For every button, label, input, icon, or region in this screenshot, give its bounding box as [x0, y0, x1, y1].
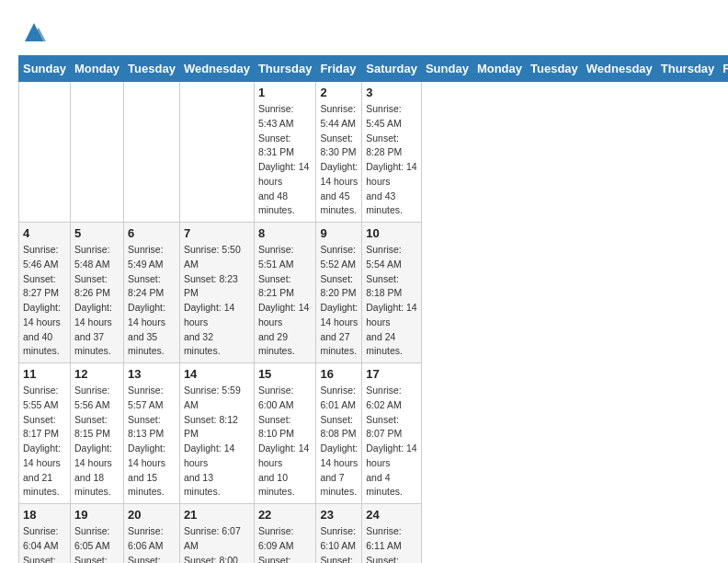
day-header-thursday: Thursday	[254, 56, 316, 82]
day-info: Sunrise: 5:44 AM Sunset: 8:30 PM Dayligh…	[320, 102, 358, 218]
calendar-week-1: 1Sunrise: 5:43 AM Sunset: 8:31 PM Daylig…	[19, 82, 729, 223]
day-number: 20	[128, 508, 176, 522]
calendar-cell: 3Sunrise: 5:45 AM Sunset: 8:28 PM Daylig…	[362, 82, 422, 223]
day-header-monday: Monday	[70, 56, 123, 82]
day-header-sunday: Sunday	[421, 56, 472, 82]
day-number: 3	[366, 86, 417, 99]
day-number: 18	[23, 508, 66, 522]
day-info: Sunrise: 5:57 AM Sunset: 8:13 PM Dayligh…	[128, 384, 176, 500]
calendar-header-row: SundayMondayTuesdayWednesdayThursdayFrid…	[19, 56, 729, 82]
calendar-cell	[179, 82, 254, 223]
day-number: 22	[258, 508, 313, 522]
day-number: 12	[74, 367, 119, 381]
day-number: 24	[366, 508, 417, 522]
day-info: Sunrise: 6:04 AM Sunset: 8:05 PM Dayligh…	[23, 524, 66, 563]
calendar-cell: 14Sunrise: 5:59 AM Sunset: 8:12 PM Dayli…	[179, 363, 254, 504]
day-info: Sunrise: 6:09 AM Sunset: 7:58 PM Dayligh…	[258, 524, 313, 563]
calendar-cell: 7Sunrise: 5:50 AM Sunset: 8:23 PM Daylig…	[179, 223, 254, 363]
day-number: 13	[128, 367, 176, 381]
day-info: Sunrise: 5:49 AM Sunset: 8:24 PM Dayligh…	[128, 243, 176, 359]
day-info: Sunrise: 6:07 AM Sunset: 8:00 PM Dayligh…	[184, 524, 250, 563]
day-number: 6	[128, 226, 176, 240]
day-info: Sunrise: 5:56 AM Sunset: 8:15 PM Dayligh…	[74, 384, 119, 500]
calendar-cell	[19, 82, 71, 223]
calendar-cell: 19Sunrise: 6:05 AM Sunset: 8:03 PM Dayli…	[70, 504, 123, 564]
calendar-cell: 13Sunrise: 5:57 AM Sunset: 8:13 PM Dayli…	[124, 363, 180, 504]
day-info: Sunrise: 5:51 AM Sunset: 8:21 PM Dayligh…	[258, 243, 313, 359]
day-number: 11	[23, 367, 66, 381]
calendar-cell: 22Sunrise: 6:09 AM Sunset: 7:58 PM Dayli…	[254, 504, 316, 564]
day-info: Sunrise: 6:05 AM Sunset: 8:03 PM Dayligh…	[74, 524, 119, 563]
logo	[18, 18, 48, 46]
day-number: 8	[258, 226, 313, 240]
day-info: Sunrise: 6:01 AM Sunset: 8:08 PM Dayligh…	[320, 384, 358, 500]
day-number: 7	[184, 226, 250, 240]
calendar-cell: 12Sunrise: 5:56 AM Sunset: 8:15 PM Dayli…	[70, 363, 123, 504]
calendar-cell: 24Sunrise: 6:11 AM Sunset: 7:55 PM Dayli…	[362, 504, 422, 564]
day-info: Sunrise: 5:50 AM Sunset: 8:23 PM Dayligh…	[184, 243, 250, 359]
calendar-cell: 10Sunrise: 5:54 AM Sunset: 8:18 PM Dayli…	[362, 223, 422, 363]
day-info: Sunrise: 5:52 AM Sunset: 8:20 PM Dayligh…	[320, 243, 358, 359]
day-number: 5	[74, 226, 119, 240]
calendar-cell: 9Sunrise: 5:52 AM Sunset: 8:20 PM Daylig…	[316, 223, 362, 363]
calendar-cell: 16Sunrise: 6:01 AM Sunset: 8:08 PM Dayli…	[316, 363, 362, 504]
calendar-cell: 23Sunrise: 6:10 AM Sunset: 7:56 PM Dayli…	[316, 504, 362, 564]
day-header-thursday: Thursday	[656, 56, 719, 82]
calendar-cell: 17Sunrise: 6:02 AM Sunset: 8:07 PM Dayli…	[362, 363, 422, 504]
calendar-week-3: 11Sunrise: 5:55 AM Sunset: 8:17 PM Dayli…	[19, 363, 729, 504]
day-header-tuesday: Tuesday	[527, 56, 583, 82]
day-info: Sunrise: 6:00 AM Sunset: 8:10 PM Dayligh…	[258, 384, 313, 500]
day-header-monday: Monday	[472, 56, 526, 82]
day-info: Sunrise: 5:59 AM Sunset: 8:12 PM Dayligh…	[184, 384, 250, 500]
calendar-cell: 11Sunrise: 5:55 AM Sunset: 8:17 PM Dayli…	[19, 363, 71, 504]
day-info: Sunrise: 5:46 AM Sunset: 8:27 PM Dayligh…	[23, 243, 66, 359]
day-info: Sunrise: 6:06 AM Sunset: 8:02 PM Dayligh…	[128, 524, 176, 563]
calendar-cell	[124, 82, 180, 223]
calendar-cell	[70, 82, 123, 223]
day-header-saturday: Saturday	[362, 56, 422, 82]
calendar-week-4: 18Sunrise: 6:04 AM Sunset: 8:05 PM Dayli…	[19, 504, 729, 564]
day-number: 10	[366, 226, 417, 240]
day-header-wednesday: Wednesday	[582, 56, 656, 82]
calendar-cell: 8Sunrise: 5:51 AM Sunset: 8:21 PM Daylig…	[254, 223, 316, 363]
day-info: Sunrise: 5:55 AM Sunset: 8:17 PM Dayligh…	[23, 384, 66, 500]
day-number: 14	[184, 367, 250, 381]
day-number: 4	[23, 226, 66, 240]
day-number: 15	[258, 367, 313, 381]
page-header	[18, 18, 710, 46]
day-number: 19	[74, 508, 119, 522]
day-number: 2	[320, 86, 358, 99]
calendar-cell: 6Sunrise: 5:49 AM Sunset: 8:24 PM Daylig…	[124, 223, 180, 363]
day-number: 1	[258, 86, 313, 99]
day-info: Sunrise: 6:10 AM Sunset: 7:56 PM Dayligh…	[320, 524, 358, 563]
calendar-cell: 15Sunrise: 6:00 AM Sunset: 8:10 PM Dayli…	[254, 363, 316, 504]
day-info: Sunrise: 6:11 AM Sunset: 7:55 PM Dayligh…	[366, 524, 417, 563]
day-number: 21	[184, 508, 250, 522]
calendar-cell: 1Sunrise: 5:43 AM Sunset: 8:31 PM Daylig…	[254, 82, 316, 223]
calendar-week-2: 4Sunrise: 5:46 AM Sunset: 8:27 PM Daylig…	[19, 223, 729, 363]
calendar-cell: 5Sunrise: 5:48 AM Sunset: 8:26 PM Daylig…	[70, 223, 123, 363]
day-header-friday: Friday	[719, 56, 728, 82]
calendar-cell: 2Sunrise: 5:44 AM Sunset: 8:30 PM Daylig…	[316, 82, 362, 223]
day-header-wednesday: Wednesday	[179, 56, 254, 82]
day-number: 9	[320, 226, 358, 240]
day-info: Sunrise: 6:02 AM Sunset: 8:07 PM Dayligh…	[366, 384, 417, 500]
day-info: Sunrise: 5:45 AM Sunset: 8:28 PM Dayligh…	[366, 102, 417, 218]
day-header-sunday: Sunday	[19, 56, 71, 82]
day-info: Sunrise: 5:54 AM Sunset: 8:18 PM Dayligh…	[366, 243, 417, 359]
calendar-cell: 21Sunrise: 6:07 AM Sunset: 8:00 PM Dayli…	[179, 504, 254, 564]
calendar-cell: 4Sunrise: 5:46 AM Sunset: 8:27 PM Daylig…	[19, 223, 71, 363]
day-number: 16	[320, 367, 358, 381]
day-header-friday: Friday	[316, 56, 362, 82]
day-number: 23	[320, 508, 358, 522]
calendar-cell: 20Sunrise: 6:06 AM Sunset: 8:02 PM Dayli…	[124, 504, 180, 564]
day-header-tuesday: Tuesday	[124, 56, 180, 82]
day-info: Sunrise: 5:48 AM Sunset: 8:26 PM Dayligh…	[74, 243, 119, 359]
calendar-table: SundayMondayTuesdayWednesdayThursdayFrid…	[18, 55, 728, 563]
calendar-cell: 18Sunrise: 6:04 AM Sunset: 8:05 PM Dayli…	[19, 504, 71, 564]
logo-icon	[20, 18, 48, 46]
day-number: 17	[366, 367, 417, 381]
day-info: Sunrise: 5:43 AM Sunset: 8:31 PM Dayligh…	[258, 102, 313, 218]
